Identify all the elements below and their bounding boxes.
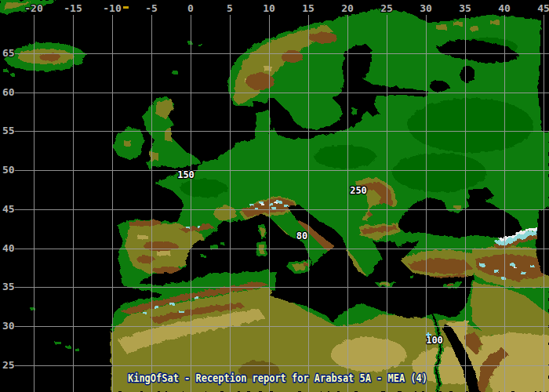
menorca (220, 242, 224, 245)
lake-onega (460, 66, 474, 83)
lat-label: 55 (2, 125, 15, 136)
lon-label: 20 (341, 2, 354, 14)
lon-label: 30 (420, 2, 432, 14)
lake-ladoga (430, 81, 449, 92)
rhodes (410, 276, 414, 278)
faroe-2 (198, 44, 202, 46)
lat-label: 25 (2, 359, 15, 371)
lat-label: 50 (2, 164, 15, 176)
dash-marker (123, 6, 129, 9)
canary-1 (55, 342, 61, 344)
lon-label: 45 (537, 2, 549, 14)
lon-label: 40 (498, 2, 511, 14)
lat-label: 65 (2, 47, 15, 59)
lon-label: 0 (187, 2, 194, 14)
reception-map-page: -20 -15 -10 -5 0 5 10 15 20 25 30 35 40 … (0, 0, 549, 392)
canary-3 (75, 348, 78, 350)
ibiza (201, 255, 205, 257)
shetland (173, 71, 178, 74)
islet-2 (11, 74, 15, 76)
lon-label: 15 (302, 2, 314, 14)
canary-2 (66, 346, 71, 348)
beam-label: 250 (350, 185, 367, 196)
islet-1 (3, 69, 8, 72)
lon-label: 25 (380, 2, 393, 14)
coverage-map[interactable]: -20 -15 -10 -5 0 5 10 15 20 25 30 35 40 … (0, 0, 549, 392)
lon-label: -15 (64, 2, 82, 14)
lon-label: 5 (227, 2, 233, 14)
lon-label: -5 (145, 2, 158, 14)
lat-label: 40 (2, 242, 15, 254)
lon-label: 35 (459, 2, 471, 14)
map-title-group: KingOfSat - Reception report for Arabsat… (128, 372, 427, 384)
lat-label: 45 (2, 203, 15, 215)
lat-label: 30 (2, 320, 15, 332)
lat-label: 60 (2, 86, 15, 98)
beam-label: 80 (296, 230, 307, 241)
lon-label: -20 (24, 2, 43, 14)
beam-label: 150 (177, 169, 195, 180)
axis-labels-left: 65 60 55 50 45 40 35 30 25 (2, 47, 15, 371)
lon-label: -10 (103, 2, 122, 14)
gotland (352, 108, 357, 114)
lon-label: 10 (263, 2, 275, 14)
lat-label: 35 (2, 281, 15, 292)
map-title: KingOfSat - Reception report for Arabsat… (128, 372, 427, 384)
